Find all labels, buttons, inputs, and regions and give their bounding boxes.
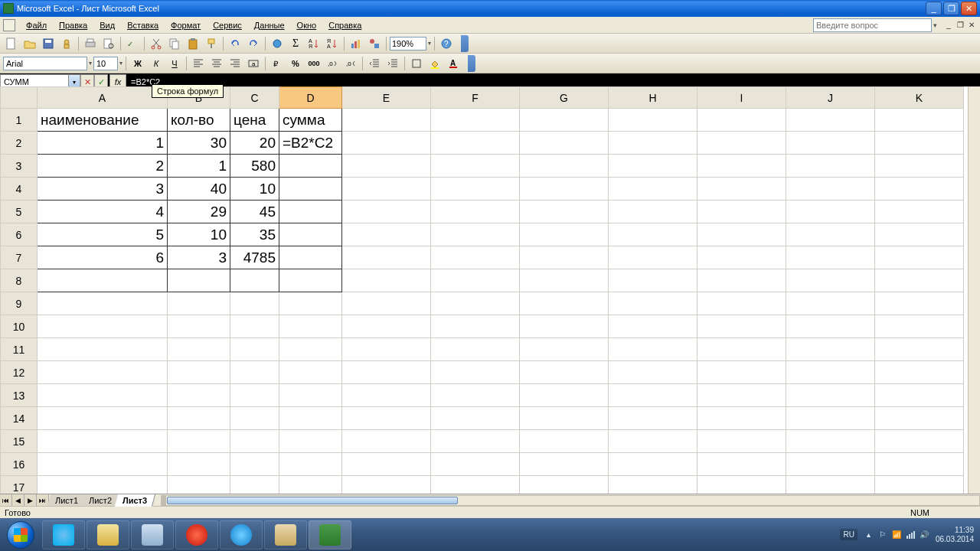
font-size-combo[interactable] (93, 57, 118, 70)
tray-network-icon[interactable]: 📶 (891, 530, 902, 540)
minimize-button[interactable]: _ (926, 2, 942, 15)
cell-E10[interactable] (342, 315, 431, 338)
row-header-6[interactable]: 6 (1, 223, 38, 246)
italic-button[interactable]: К (148, 55, 165, 72)
cell-I16[interactable] (697, 453, 786, 476)
column-header-J[interactable]: J (786, 87, 875, 109)
cell-C4[interactable]: 10 (230, 178, 279, 201)
cell-I13[interactable] (697, 384, 786, 407)
row-header-15[interactable]: 15 (1, 430, 38, 453)
tray-volume-icon[interactable]: 🔊 (919, 530, 929, 540)
taskbar-explorer[interactable] (87, 520, 129, 549)
cell-A1[interactable]: наименование (38, 109, 168, 132)
cell-I17[interactable] (697, 476, 786, 494)
cell-K15[interactable] (875, 430, 964, 453)
cell-B10[interactable] (168, 315, 230, 338)
cell-G15[interactable] (520, 430, 609, 453)
cell-E6[interactable] (342, 223, 431, 246)
cell-F12[interactable] (431, 361, 520, 384)
cell-A7[interactable]: 6 (38, 246, 168, 269)
cell-H8[interactable] (609, 269, 697, 292)
cell-G5[interactable] (520, 201, 609, 223)
column-header-A[interactable]: A (38, 87, 168, 109)
percent-icon[interactable]: % (287, 55, 304, 72)
cell-G17[interactable] (520, 476, 609, 494)
cell-J12[interactable] (786, 361, 875, 384)
cell-D2[interactable]: =B2*C2 (279, 132, 342, 155)
cell-B5[interactable]: 29 (168, 201, 230, 223)
select-all-cell[interactable] (1, 87, 38, 109)
cell-I1[interactable] (697, 109, 786, 132)
cell-J1[interactable] (786, 109, 875, 132)
copy-icon[interactable] (166, 35, 183, 52)
hyperlink-icon[interactable] (269, 35, 286, 52)
row-header-14[interactable]: 14 (1, 407, 38, 430)
cell-I7[interactable] (697, 246, 786, 269)
cell-C7[interactable]: 4785 (230, 246, 279, 269)
chart-icon[interactable] (348, 35, 364, 52)
row-header-8[interactable]: 8 (1, 269, 38, 292)
cell-J5[interactable] (786, 201, 875, 223)
cell-K10[interactable] (875, 315, 964, 338)
cell-J7[interactable] (786, 246, 875, 269)
cell-G9[interactable] (520, 292, 609, 315)
cell-D4[interactable] (279, 178, 342, 201)
cell-H14[interactable] (609, 407, 697, 430)
cell-A9[interactable] (38, 292, 168, 315)
cell-K11[interactable] (875, 338, 964, 361)
spelling-icon[interactable]: ✓ (124, 35, 141, 52)
cell-F14[interactable] (431, 407, 520, 430)
cell-A11[interactable] (38, 338, 168, 361)
cell-E11[interactable] (342, 338, 431, 361)
cell-J3[interactable] (786, 155, 875, 178)
cell-E13[interactable] (342, 384, 431, 407)
cell-J4[interactable] (786, 178, 875, 201)
fill-color-button[interactable] (426, 55, 443, 72)
autosum-icon[interactable]: Σ (287, 35, 304, 52)
cell-K14[interactable] (875, 407, 964, 430)
cell-F16[interactable] (431, 453, 520, 476)
cell-B13[interactable] (168, 384, 230, 407)
cell-H12[interactable] (609, 361, 697, 384)
row-header-4[interactable]: 4 (1, 178, 38, 201)
cell-E4[interactable] (342, 178, 431, 201)
toolbar-options[interactable] (461, 35, 469, 52)
cell-A10[interactable] (38, 315, 168, 338)
print-preview-icon[interactable] (100, 35, 117, 52)
taskbar-app1[interactable] (131, 520, 174, 549)
taskbar-skype[interactable] (42, 520, 85, 549)
cell-B2[interactable]: 30 (168, 132, 230, 155)
cell-K17[interactable] (875, 476, 964, 494)
cell-G12[interactable] (520, 361, 609, 384)
cell-C11[interactable] (230, 338, 279, 361)
taskbar-excel[interactable] (309, 520, 351, 549)
column-header-D[interactable]: D (279, 87, 342, 109)
paste-icon[interactable] (185, 35, 201, 52)
row-header-2[interactable]: 2 (1, 132, 38, 155)
cell-E7[interactable] (342, 246, 431, 269)
cell-K12[interactable] (875, 361, 964, 384)
column-header-I[interactable]: I (697, 87, 786, 109)
cell-K8[interactable] (875, 269, 964, 292)
cell-J17[interactable] (786, 476, 875, 494)
row-header-13[interactable]: 13 (1, 384, 38, 407)
row-header-5[interactable]: 5 (1, 201, 38, 223)
row-header-16[interactable]: 16 (1, 453, 38, 476)
cell-D1[interactable]: сумма (279, 109, 342, 132)
open-icon[interactable] (21, 35, 38, 52)
cell-B12[interactable] (168, 361, 230, 384)
cell-B9[interactable] (168, 292, 230, 315)
bold-button[interactable]: Ж (129, 55, 146, 72)
cell-D3[interactable] (279, 155, 342, 178)
cell-D17[interactable] (279, 476, 342, 494)
cell-K7[interactable] (875, 246, 964, 269)
decrease-decimal-icon[interactable]: ,0 (342, 55, 359, 72)
currency-icon[interactable]: ₽ (269, 55, 286, 72)
cell-C6[interactable]: 35 (230, 223, 279, 246)
align-right-icon[interactable] (227, 55, 243, 72)
cell-A3[interactable]: 2 (38, 155, 168, 178)
cell-B1[interactable]: кол-во (168, 109, 230, 132)
align-center-icon[interactable] (208, 55, 225, 72)
cell-G1[interactable] (520, 109, 609, 132)
cell-B3[interactable]: 1 (168, 155, 230, 178)
